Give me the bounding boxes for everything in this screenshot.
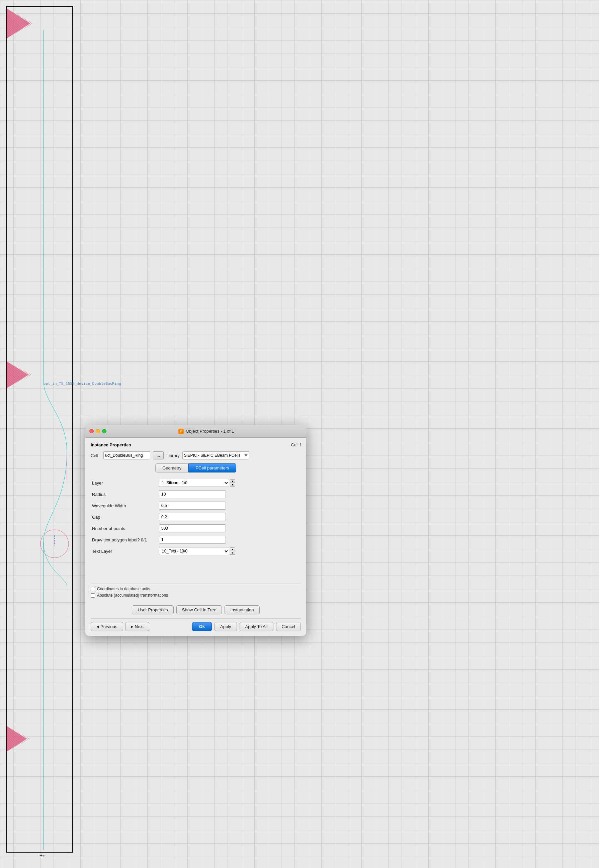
param-label-text-layer: Text Layer: [91, 545, 158, 557]
cell-f-label: Cell f: [291, 442, 301, 447]
abs-transform-label: Absolute (accumulated) transformations: [97, 593, 168, 598]
tab-pcell-parameters[interactable]: PCell parameters: [188, 463, 236, 472]
db-units-label: Coordinates in database units: [97, 587, 150, 591]
next-label: Next: [135, 624, 144, 629]
dialog-title-text: Object Properties - 1 of 1: [186, 429, 234, 434]
instance-header: Instance Properties Cell f: [91, 442, 301, 447]
confirm-buttons: Ok Apply Apply To All Cancel: [192, 622, 301, 631]
apply-to-all-button[interactable]: Apply To All: [239, 622, 273, 631]
param-label-gap: Gap: [91, 511, 158, 523]
checkboxes-area: Coordinates in database units Absolute (…: [91, 584, 301, 602]
show-cell-in-tree-button[interactable]: Show Cell In Tree: [176, 605, 222, 614]
cell-input[interactable]: [104, 451, 150, 459]
text-layer-spinner: ▲ ▼: [230, 548, 235, 555]
titlebar-buttons: [89, 429, 107, 433]
minimize-button[interactable]: [96, 429, 100, 433]
radius-input[interactable]: [159, 490, 226, 498]
next-button[interactable]: ▶ Next: [125, 622, 150, 631]
apply-button[interactable]: Apply: [215, 622, 237, 631]
dialog-spacer: [91, 557, 301, 584]
next-arrow-icon: ▶: [131, 625, 134, 629]
browse-button[interactable]: ...: [153, 451, 164, 459]
tab-geometry[interactable]: Geometry: [155, 463, 188, 472]
user-properties-button[interactable]: User Properties: [132, 605, 173, 614]
param-label-wg-width: Waveguide Width: [91, 500, 158, 511]
dialog-title: ⚙ Object Properties - 1 of 1: [110, 429, 302, 434]
wg-width-input[interactable]: [159, 502, 226, 510]
gap-input[interactable]: [159, 513, 226, 521]
footer-row: ◀ Previous ▶ Next Ok Apply Apply To All …: [91, 618, 301, 631]
layer-spinner-down[interactable]: ▼: [230, 483, 235, 486]
checkbox-abs-transform: Absolute (accumulated) transformations: [91, 593, 301, 598]
checkbox-db-units: Coordinates in database units: [91, 587, 301, 591]
ok-button[interactable]: Ok: [192, 622, 212, 631]
param-row-npoints: Number of points: [91, 523, 301, 534]
close-button[interactable]: [89, 429, 94, 433]
layer-select[interactable]: 1_Silicon - 1/0: [159, 479, 229, 487]
text-layer-spinner-up[interactable]: ▲: [230, 548, 235, 551]
param-row-wg-width: Waveguide Width: [91, 500, 301, 511]
param-row-radius: Radius: [91, 489, 301, 500]
action-btn-row: User Properties Show Cell In Tree Instan…: [91, 605, 301, 614]
library-label: Library: [166, 453, 180, 458]
title-icon: ⚙: [178, 429, 184, 434]
dialog-titlebar: ⚙ Object Properties - 1 of 1: [85, 425, 306, 438]
layer-select-wrapper: 1_Silicon - 1/0 ▲ ▼: [159, 479, 300, 487]
layer-spinner-up[interactable]: ▲: [230, 479, 235, 483]
layer-spinner: ▲ ▼: [230, 479, 235, 486]
param-label-radius: Radius: [91, 489, 158, 500]
cell-row: Cell ... Library SiEPIC - SiEPIC EBeam P…: [91, 451, 301, 459]
tab-row: Geometry PCell parameters: [91, 463, 301, 472]
previous-button[interactable]: ◀ Previous: [91, 622, 123, 631]
library-select-wrapper: SiEPIC - SiEPIC EBeam PCells: [182, 451, 249, 459]
npoints-input[interactable]: [159, 524, 226, 533]
maximize-button[interactable]: [102, 429, 107, 433]
param-label-npoints: Number of points: [91, 523, 158, 534]
text-layer-select-wrapper: 10_Text - 10/0 ▲ ▼: [159, 547, 300, 555]
param-label-layer: Layer: [91, 477, 158, 489]
param-row-text-poly: Draw text polygon label? 0/1: [91, 534, 301, 545]
param-row-text-layer: Text Layer 10_Text - 10/0 ▲ ▼: [91, 545, 301, 557]
param-row-gap: Gap: [91, 511, 301, 523]
param-row-layer: Layer 1_Silicon - 1/0 ▲ ▼: [91, 477, 301, 489]
abs-transform-checkbox[interactable]: [91, 593, 95, 598]
cell-label: Cell: [91, 453, 101, 458]
text-poly-input[interactable]: [159, 536, 226, 544]
nav-buttons: ◀ Previous ▶ Next: [91, 622, 149, 631]
library-select[interactable]: SiEPIC - SiEPIC EBeam PCells: [182, 451, 249, 459]
object-properties-dialog: ⚙ Object Properties - 1 of 1 Instance Pr…: [85, 425, 306, 636]
text-layer-select[interactable]: 10_Text - 10/0: [159, 547, 229, 555]
cancel-button[interactable]: Cancel: [276, 622, 301, 631]
instance-properties-label: Instance Properties: [91, 442, 131, 447]
param-label-text-poly: Draw text polygon label? 0/1: [91, 534, 158, 545]
previous-label: Previous: [100, 624, 117, 629]
dialog-body: Instance Properties Cell f Cell ... Libr…: [85, 438, 306, 636]
instantiation-button[interactable]: Instantiation: [224, 605, 259, 614]
text-layer-spinner-down[interactable]: ▼: [230, 551, 235, 555]
previous-arrow-icon: ◀: [96, 625, 99, 629]
params-grid: Layer 1_Silicon - 1/0 ▲ ▼: [91, 477, 301, 557]
db-units-checkbox[interactable]: [91, 587, 95, 591]
